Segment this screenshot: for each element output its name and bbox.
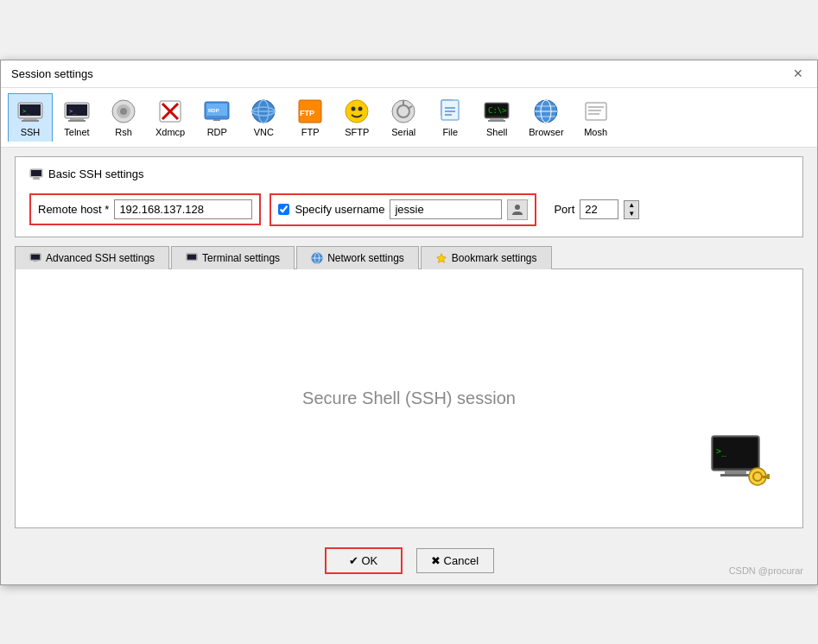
toolbar-item-file[interactable]: File bbox=[428, 93, 472, 142]
toolbar-item-xdmcp[interactable]: Xdmcp bbox=[148, 93, 193, 142]
browser-label: Browser bbox=[529, 127, 563, 137]
panel-title: Basic SSH settings bbox=[48, 167, 144, 180]
network-tab-label: Network settings bbox=[327, 252, 404, 264]
toolbar-item-rsh[interactable]: Rsh bbox=[101, 93, 146, 142]
panel-monitor-icon bbox=[29, 167, 43, 181]
tab-advanced-ssh[interactable]: Advanced SSH settings bbox=[15, 246, 169, 269]
port-label: Port bbox=[554, 203, 574, 216]
session-graphic-icon: >_ bbox=[707, 432, 777, 502]
toolbar-item-ssh[interactable]: >_ SSH bbox=[8, 93, 53, 142]
vnc-label: VNC bbox=[254, 127, 274, 137]
cancel-button[interactable]: ✖ Cancel bbox=[416, 548, 494, 573]
content-area: Secure Shell (SSH) session >_ bbox=[15, 269, 803, 528]
specify-username-checkbox[interactable] bbox=[278, 204, 289, 215]
svg-rect-3 bbox=[23, 118, 37, 120]
advanced-ssh-tab-label: Advanced SSH settings bbox=[46, 252, 155, 264]
ok-button[interactable]: ✔ OK bbox=[325, 547, 403, 574]
svg-rect-71 bbox=[725, 470, 746, 474]
svg-rect-77 bbox=[767, 477, 770, 479]
svg-rect-44 bbox=[488, 120, 505, 122]
main-content: Basic SSH settings Remote host * Specify… bbox=[1, 148, 817, 537]
remote-host-group: Remote host * bbox=[29, 193, 261, 225]
panel-title-bar: Basic SSH settings bbox=[29, 167, 789, 181]
svg-rect-76 bbox=[767, 474, 770, 477]
watermark: CSDN @procurar bbox=[729, 565, 803, 576]
advanced-ssh-tab-icon bbox=[29, 252, 41, 264]
sftp-label: SFTP bbox=[345, 127, 369, 137]
port-spinner: ▲ ▼ bbox=[624, 200, 639, 219]
ssh-icon: >_ bbox=[16, 98, 44, 125]
svg-rect-18 bbox=[213, 119, 220, 121]
terminal-tab-label: Terminal settings bbox=[202, 252, 280, 264]
rdp-label: RDP bbox=[207, 127, 227, 137]
svg-rect-72 bbox=[720, 474, 751, 477]
tab-terminal[interactable]: Terminal settings bbox=[171, 246, 295, 269]
specify-username-label: Specify username bbox=[295, 203, 384, 216]
svg-rect-57 bbox=[33, 178, 40, 179]
bookmark-tab-icon bbox=[435, 252, 447, 264]
username-input[interactable] bbox=[390, 199, 502, 219]
session-description: Secure Shell (SSH) session bbox=[302, 388, 516, 408]
file-icon bbox=[436, 98, 464, 125]
svg-rect-60 bbox=[31, 254, 41, 259]
terminal-tab-icon bbox=[186, 252, 198, 264]
network-tab-icon bbox=[311, 252, 323, 264]
toolbar-item-browser[interactable]: Browser bbox=[521, 93, 571, 142]
toolbar: >_ SSH >_ Telnet bbox=[1, 88, 817, 148]
svg-text:C:\>: C:\> bbox=[488, 106, 507, 115]
svg-text:>_: >_ bbox=[22, 108, 30, 115]
svg-rect-56 bbox=[34, 177, 39, 179]
serial-label: Serial bbox=[391, 127, 415, 137]
telnet-icon: >_ bbox=[63, 98, 91, 125]
svg-marker-67 bbox=[437, 253, 447, 262]
user-browse-button[interactable] bbox=[507, 199, 528, 220]
tab-network[interactable]: Network settings bbox=[296, 246, 419, 269]
close-button[interactable]: ✕ bbox=[789, 65, 807, 82]
svg-point-12 bbox=[120, 108, 127, 115]
specify-username-checkbox-group bbox=[278, 204, 289, 215]
basic-ssh-settings-panel: Basic SSH settings Remote host * Specify… bbox=[15, 156, 803, 237]
ssh-label: SSH bbox=[21, 127, 41, 137]
toolbar-item-sftp[interactable]: SFTP bbox=[334, 93, 379, 142]
svg-rect-50 bbox=[586, 103, 606, 120]
settings-row: Remote host * Specify username bbox=[29, 193, 789, 226]
mosh-label: Mosh bbox=[584, 127, 607, 137]
browser-icon bbox=[532, 98, 560, 125]
port-input[interactable] bbox=[580, 199, 618, 219]
svg-point-27 bbox=[352, 106, 356, 110]
svg-point-28 bbox=[358, 106, 363, 110]
serial-icon bbox=[390, 98, 417, 125]
toolbar-item-telnet[interactable]: >_ Telnet bbox=[54, 93, 99, 142]
svg-rect-9 bbox=[68, 120, 86, 122]
title-bar: Session settings ✕ bbox=[1, 60, 817, 88]
toolbar-item-shell[interactable]: C:\> Shell bbox=[474, 93, 519, 142]
port-increment-button[interactable]: ▲ bbox=[625, 201, 638, 210]
svg-rect-36 bbox=[441, 100, 459, 120]
xdmcp-icon bbox=[156, 98, 184, 125]
port-decrement-button[interactable]: ▼ bbox=[625, 210, 638, 218]
user-icon bbox=[510, 203, 524, 217]
username-group: Specify username bbox=[269, 193, 536, 226]
rsh-icon bbox=[110, 98, 137, 125]
file-label: File bbox=[442, 127, 458, 137]
toolbar-item-ftp[interactable]: FTP FTP bbox=[288, 93, 333, 142]
tab-bookmark[interactable]: Bookmark settings bbox=[421, 246, 552, 269]
rdp-icon: RDP bbox=[203, 98, 231, 125]
sftp-icon bbox=[343, 98, 371, 125]
toolbar-item-vnc[interactable]: VNC bbox=[241, 93, 286, 142]
remote-host-input[interactable] bbox=[114, 199, 252, 219]
svg-rect-43 bbox=[490, 118, 504, 120]
mosh-icon bbox=[582, 98, 610, 125]
telnet-label: Telnet bbox=[64, 127, 89, 137]
svg-text:>_: >_ bbox=[69, 108, 77, 115]
shell-icon: C:\> bbox=[483, 98, 510, 125]
bookmark-tab-label: Bookmark settings bbox=[452, 252, 537, 264]
svg-text:>_: >_ bbox=[716, 446, 727, 457]
toolbar-item-serial[interactable]: Serial bbox=[381, 93, 426, 142]
svg-rect-4 bbox=[22, 120, 39, 122]
shell-label: Shell bbox=[486, 127, 507, 137]
remote-host-label: Remote host * bbox=[38, 203, 109, 216]
toolbar-item-rdp[interactable]: RDP RDP bbox=[194, 93, 239, 142]
toolbar-item-mosh[interactable]: Mosh bbox=[574, 93, 618, 142]
svg-text:FTP: FTP bbox=[300, 109, 314, 117]
